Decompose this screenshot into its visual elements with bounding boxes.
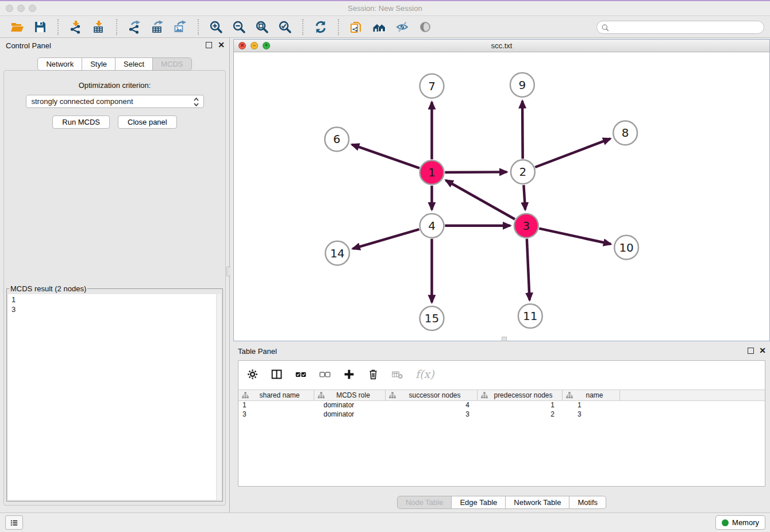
graph-edge-1-2[interactable] [445,172,507,172]
import-table-icon[interactable] [91,19,107,35]
optimization-criterion-label: Optimization criterion: [4,81,225,90]
node-table: f(x) shared nameMCDS rolesuccessor nodes… [238,360,765,487]
table-close-panel-icon[interactable]: ✕ [759,346,766,355]
tab-mcds[interactable]: MCDS [152,57,191,71]
table-cell: 4 [386,401,478,410]
graph-node-8[interactable]: 8 [613,121,637,145]
graph-node-9[interactable]: 9 [510,73,534,97]
graph-node-10[interactable]: 10 [614,236,638,260]
graph-edge-3-10[interactable] [539,229,611,244]
open-session-icon[interactable] [9,19,25,35]
table-cell: 1 [478,401,563,410]
graph-node-7[interactable]: 7 [420,74,444,98]
graph-edge-4-14[interactable] [353,229,419,249]
table-cell: 1 [238,401,314,410]
refresh-icon[interactable] [313,19,329,35]
memory-button[interactable]: Memory [715,515,765,530]
graph-node-4[interactable]: 4 [420,214,444,238]
svg-text:1: 1 [428,166,436,179]
main-toolbar [0,17,770,38]
network-window-titlebar: ✕ − + scc.txt [234,40,769,52]
table-cell: dominator [314,410,386,419]
settings-icon[interactable] [245,367,260,381]
copy-network-icon[interactable] [348,19,364,35]
toolbar-separator [116,19,117,35]
save-session-icon[interactable] [32,19,48,35]
tab-select[interactable]: Select [115,57,153,71]
svg-text:2: 2 [519,165,527,179]
graph-edge-3-11[interactable] [527,239,530,300]
float-panel-icon[interactable] [206,42,212,48]
control-panel-title: Control Panel [6,41,51,50]
delete-icon[interactable] [366,367,380,381]
mcds-result-line: 1 [11,295,218,304]
hide-graphics-icon[interactable] [394,19,410,35]
tab-node-table[interactable]: Node Table [397,496,452,509]
graph-edge-2-9[interactable] [522,101,523,159]
column-header-shared-name[interactable]: shared name [238,390,314,400]
control-panel-tabs: NetworkStyleSelectMCDS [0,57,229,71]
zoom-in-icon[interactable] [208,19,224,35]
graph-node-2[interactable]: 2 [511,160,535,184]
tab-style[interactable]: Style [82,57,116,71]
mcds-result-list[interactable]: 13 [8,294,221,500]
run-mcds-button[interactable]: Run MCDS [52,115,110,129]
tab-edge-table[interactable]: Edge Table [451,496,506,509]
deselect-all-icon[interactable] [318,367,332,381]
canvas-divider-handle[interactable] [502,337,507,341]
column-header-name[interactable]: name [563,390,620,400]
export-network-icon[interactable] [126,19,143,35]
export-table-icon[interactable] [149,19,165,35]
network-canvas[interactable]: 7968124314101511 [234,52,769,341]
graph-node-11[interactable]: 11 [518,304,542,328]
mcds-result-lines: 13 [11,295,218,314]
graph-node-1[interactable]: 1 [420,160,444,184]
graph-edge-2-8[interactable] [535,138,610,167]
graph-node-6[interactable]: 6 [325,127,349,151]
graph-node-15[interactable]: 15 [420,306,444,330]
add-icon[interactable] [342,367,356,381]
task-history-button[interactable] [5,515,23,530]
table-toolbar: f(x) [238,361,765,387]
column-flow-icon [481,392,488,399]
graph-edge-1-6[interactable] [352,145,419,168]
zoom-fit-icon[interactable] [254,19,270,35]
search-input[interactable] [612,22,759,33]
table-cell: 3 [386,410,478,419]
column-header-successor-nodes[interactable]: successor nodes [386,390,478,400]
table-column-headers: shared nameMCDS rolesuccessor nodesprede… [238,390,765,401]
tab-motifs[interactable]: Motifs [569,496,606,509]
svg-text:3: 3 [522,219,530,233]
show-graphics-icon[interactable] [417,19,433,35]
close-panel-button[interactable]: Close panel [118,115,177,129]
graph-node-3[interactable]: 3 [514,214,538,238]
tab-network[interactable]: Network [37,57,82,71]
zoom-selected-icon[interactable] [277,19,293,35]
export-image-icon[interactable] [172,19,188,35]
columns-icon[interactable] [270,367,284,381]
criterion-select[interactable]: strongly connected component [26,95,204,108]
table-row[interactable]: 1dominator411 [238,401,765,410]
column-header-MCDS-role[interactable]: MCDS role [314,390,386,400]
tab-network-table[interactable]: Network Table [505,496,569,509]
column-header-predecessor-nodes[interactable]: predecessor nodes [478,390,563,400]
svg-text:8: 8 [622,126,629,140]
table-rows: 1dominator4113dominator323 [238,401,765,419]
zoom-out-icon[interactable] [231,19,247,35]
import-network-icon[interactable] [68,19,84,35]
close-panel-icon[interactable]: ✕ [218,40,225,49]
main-area: Control Panel ✕ NetworkStyleSelectMCDS O… [0,38,770,512]
graph-edge-3-1[interactable] [446,180,515,219]
graph-node-14[interactable]: 14 [325,241,349,265]
toolbar-separator [302,19,303,35]
table-row[interactable]: 3dominator323 [238,410,765,419]
search-box [596,21,764,34]
home-icon[interactable] [371,19,387,35]
mcds-result-fieldset: MCDS result (2 nodes) 13 [6,284,223,502]
select-all-icon[interactable] [294,367,308,381]
result-scrollbar[interactable] [216,294,221,500]
table-panel-title: Table Panel [238,347,277,356]
graph-edge-2-3[interactable] [523,185,525,210]
table-float-panel-icon[interactable] [748,348,754,354]
toolbar-separator [198,19,199,35]
